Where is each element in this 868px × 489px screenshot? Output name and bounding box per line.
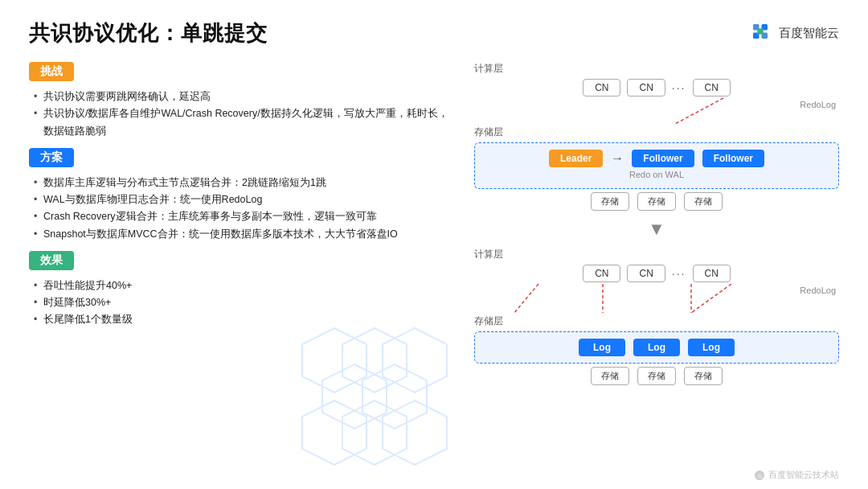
log-box-1: Log xyxy=(579,339,625,356)
solution-section: 方案 数据库主库逻辑与分布式主节点逻辑合并：2跳链路缩短为1跳 WAL与数据库物… xyxy=(29,148,455,243)
bottom-storage-box-3: 存储 xyxy=(684,367,723,385)
logo-icon xyxy=(748,22,772,46)
effect-item-3: 长尾降低1个数量级 xyxy=(32,311,455,328)
bottom-storage-area: Log Log Log xyxy=(474,331,839,364)
storage-box-1: 存储 xyxy=(591,192,629,211)
hex-decoration xyxy=(294,320,455,481)
redo-log-label-bottom: RedoLog xyxy=(800,286,836,295)
bottom-storage-box-1: 存储 xyxy=(591,367,629,385)
svg-line-17 xyxy=(691,284,731,313)
svg-line-14 xyxy=(514,284,538,313)
solution-item-3: Crash Recovery逻辑合并：主库统筹事务与多副本一致性，逻辑一致可靠 xyxy=(32,208,455,225)
solution-tag: 方案 xyxy=(29,148,74,167)
solution-item-4: Snapshot与数据库MVCC合并：统一使用数据库多版本技术，大大节省落盘IO xyxy=(32,226,455,243)
bottom-log-row: Log Log Log xyxy=(483,339,830,356)
redo-on-wal-label: Redo on WAL xyxy=(483,170,830,179)
solution-item-1: 数据库主库逻辑与分布式主节点逻辑合并：2跳链路缩短为1跳 xyxy=(32,175,455,191)
effect-tag: 效果 xyxy=(29,251,74,270)
challenge-section: 挑战 共识协议需要两跳网络确认，延迟高 共识协议/数据库各自维护WAL/Cras… xyxy=(29,62,455,140)
storage-box-2: 存储 xyxy=(637,192,676,211)
svg-marker-8 xyxy=(322,364,387,429)
svg-marker-7 xyxy=(383,328,447,392)
svg-marker-10 xyxy=(302,401,366,465)
bottom-cn-1: CN xyxy=(583,265,620,282)
top-node-row: Leader → Follower Follower xyxy=(483,150,830,167)
solution-list: 数据库主库逻辑与分布式主节点逻辑合并：2跳链路缩短为1跳 WAL与数据库物理日志… xyxy=(29,175,455,243)
bottom-cn-3: CN xyxy=(693,265,731,282)
top-storage-boxes: 存储 存储 存储 xyxy=(474,192,839,211)
top-dots: ··· xyxy=(672,81,686,94)
watermark: 云 百度智能云技术站 xyxy=(754,469,839,481)
effect-item-2: 时延降低30%+ xyxy=(32,294,455,311)
bottom-compute-label: 计算层 xyxy=(474,248,839,261)
watermark-text: 百度智能云技术站 xyxy=(768,469,839,481)
effect-item-1: 吞吐性能提升40%+ xyxy=(32,277,455,294)
effect-list: 吞吐性能提升40%+ 时延降低30%+ 长尾降低1个数量级 xyxy=(29,277,455,329)
bottom-dots: ··· xyxy=(672,267,686,280)
bottom-storage-label: 存储层 xyxy=(474,314,839,328)
top-cn-row: CN CN ··· CN xyxy=(474,79,839,97)
follower-box-2: Follower xyxy=(702,150,764,167)
svg-marker-9 xyxy=(362,364,427,429)
down-arrow: ▼ xyxy=(474,220,839,238)
challenge-list: 共识协议需要两跳网络确认，延迟高 共识协议/数据库各自维护WAL/Crash R… xyxy=(29,88,455,140)
solution-item-2: WAL与数据库物理日志合并：统一使用RedoLog xyxy=(32,191,455,208)
log-box-2: Log xyxy=(633,339,680,356)
leader-box: Leader xyxy=(549,150,603,167)
svg-rect-4 xyxy=(757,28,764,35)
effect-section: 效果 吞吐性能提升40%+ 时延降低30%+ 长尾降低1个数量级 xyxy=(29,251,455,329)
bottom-redo-arrow-svg xyxy=(474,282,839,314)
right-panel: 计算层 CN CN ··· CN RedoLog 存储层 xyxy=(474,62,839,473)
bottom-cn-2: CN xyxy=(627,265,665,282)
bottom-cn-row: CN CN ··· CN xyxy=(474,265,839,282)
top-diagram: 计算层 CN CN ··· CN RedoLog 存储层 xyxy=(474,62,839,211)
watermark-icon: 云 xyxy=(754,470,765,481)
svg-text:云: 云 xyxy=(757,473,763,479)
left-panel: 挑战 共识协议需要两跳网络确认，延迟高 共识协议/数据库各自维护WAL/Cras… xyxy=(29,62,455,473)
redo-arrow-area: RedoLog xyxy=(474,97,839,125)
bottom-redo-arrow-area: RedoLog xyxy=(474,282,839,314)
bottom-storage-boxes: 存储 存储 存储 xyxy=(474,367,839,385)
log-box-3: Log xyxy=(688,339,735,356)
top-compute-label: 计算层 xyxy=(474,62,839,76)
top-cn-3: CN xyxy=(693,79,731,97)
top-storage-label: 存储层 xyxy=(474,125,839,139)
svg-marker-12 xyxy=(383,401,447,465)
svg-marker-5 xyxy=(302,328,366,392)
page-header: 共识协议优化：单跳提交 百度智能云 xyxy=(29,19,839,47)
svg-line-13 xyxy=(675,98,723,124)
redo-log-label-top: RedoLog xyxy=(800,100,836,109)
challenge-item-2: 共识协议/数据库各自维护WAL/Crash Recovery/数据持久化逻辑，写… xyxy=(32,105,455,140)
page-title: 共识协议优化：单跳提交 xyxy=(29,19,268,47)
storage-box-3: 存储 xyxy=(684,192,723,211)
redo-arrow-svg xyxy=(474,97,839,125)
challenge-tag: 挑战 xyxy=(29,62,74,81)
bottom-diagram: 计算层 CN CN ··· CN RedoLog xyxy=(474,248,839,385)
logo-area: 百度智能云 xyxy=(748,22,839,46)
top-storage-area: Leader → Follower Follower Redo on WAL xyxy=(474,142,839,189)
svg-marker-6 xyxy=(342,328,407,392)
top-cn-1: CN xyxy=(583,79,620,97)
top-cn-2: CN xyxy=(627,79,665,97)
main-content: 挑战 共识协议需要两跳网络确认，延迟高 共识协议/数据库各自维护WAL/Cras… xyxy=(29,62,839,473)
challenge-item-1: 共识协议需要两跳网络确认，延迟高 xyxy=(32,88,455,105)
bottom-storage-box-2: 存储 xyxy=(637,367,676,385)
follower-box-1: Follower xyxy=(632,150,694,167)
svg-marker-11 xyxy=(342,401,407,465)
logo-text: 百度智能云 xyxy=(779,26,839,41)
